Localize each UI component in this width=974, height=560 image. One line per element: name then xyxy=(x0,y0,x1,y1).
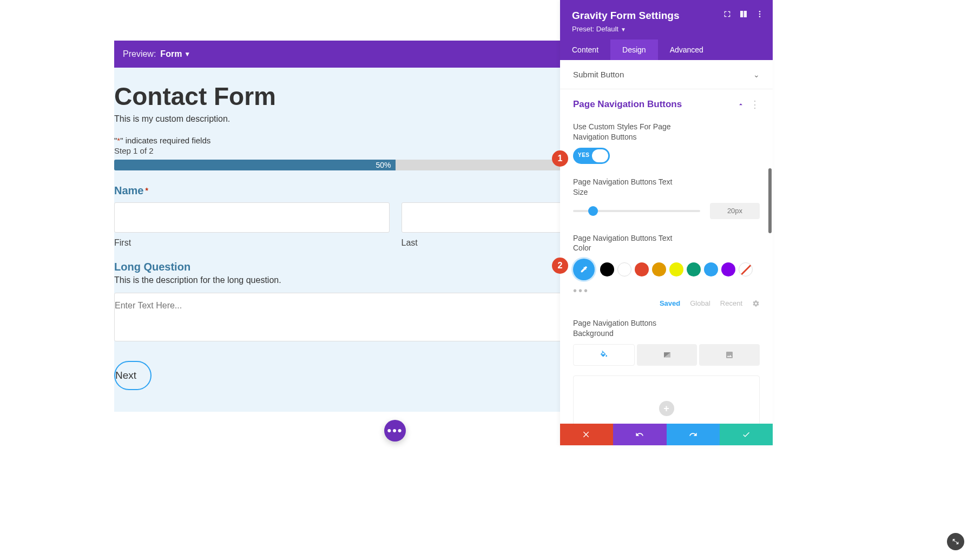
sidebar-tabs: Content Design Advanced xyxy=(560,39,773,60)
more-horizontal-icon[interactable]: ••• xyxy=(573,285,760,297)
progress-fill: 50% xyxy=(114,160,396,170)
sidebar-action-bar xyxy=(560,424,773,445)
color-swatch-blue[interactable] xyxy=(704,262,718,276)
svg-point-2 xyxy=(759,16,761,17)
expand-fullscreen-button[interactable] xyxy=(947,533,964,550)
more-vertical-icon[interactable] xyxy=(755,10,764,18)
sidebar-scroll[interactable]: Submit Button ⌄ Page Navigation Buttons … xyxy=(560,60,773,445)
text-size-label: Page Navigation Buttons Text Size xyxy=(573,177,681,197)
text-color-swatches xyxy=(573,259,760,280)
first-name-col: First xyxy=(114,202,390,248)
columns-icon[interactable] xyxy=(739,10,748,18)
expand-icon[interactable] xyxy=(723,10,732,18)
settings-sidebar: Gravity Form Settings Preset: Default▼ C… xyxy=(560,0,773,445)
color-swatch-yellow[interactable] xyxy=(669,262,683,276)
callout-2: 2 xyxy=(552,258,568,274)
cancel-button[interactable] xyxy=(560,424,613,445)
first-name-input[interactable] xyxy=(114,202,390,233)
first-name-sublabel: First xyxy=(114,238,390,248)
text-size-slider[interactable] xyxy=(573,210,700,212)
redo-icon xyxy=(689,430,697,439)
save-button[interactable] xyxy=(720,424,773,445)
more-vertical-icon[interactable]: ⋮ xyxy=(750,100,760,109)
more-actions-button[interactable]: ••• xyxy=(384,420,406,442)
expand-diagonal-icon xyxy=(952,538,959,545)
gradient-icon xyxy=(663,351,672,359)
color-swatch-purple[interactable] xyxy=(721,262,735,276)
use-custom-styles-toggle[interactable]: YES xyxy=(573,148,610,164)
required-star-icon: * xyxy=(145,186,148,195)
tab-content[interactable]: Content xyxy=(560,39,610,60)
color-picker-button[interactable] xyxy=(573,259,595,280)
bg-type-tabs xyxy=(573,344,760,366)
color-swatch-black[interactable] xyxy=(600,262,614,276)
paint-bucket-icon xyxy=(600,351,608,359)
sidebar-header-icons xyxy=(723,10,764,18)
sidebar-header: Gravity Form Settings Preset: Default▼ xyxy=(560,0,773,39)
accordion-page-nav: Page Navigation Buttons ⋮ Use Custom Sty… xyxy=(560,89,773,445)
text-color-label: Page Navigation Buttons Text Color xyxy=(573,233,681,254)
callout-1: 1 xyxy=(552,150,568,167)
accordion-page-nav-header[interactable]: Page Navigation Buttons ⋮ xyxy=(573,99,760,110)
palette-tab-global[interactable]: Global xyxy=(690,299,710,307)
color-swatch-none[interactable] xyxy=(739,262,753,276)
preview-form-name[interactable]: Form xyxy=(160,49,182,59)
text-size-row: 20px xyxy=(573,203,760,219)
redo-button[interactable] xyxy=(667,424,720,445)
chevron-down-icon: ▼ xyxy=(621,27,626,32)
svg-point-1 xyxy=(759,14,761,15)
color-swatch-teal[interactable] xyxy=(687,262,701,276)
preview-label: Preview: xyxy=(123,49,156,59)
palette-tabs: Saved Global Recent xyxy=(573,299,760,307)
undo-icon xyxy=(635,430,644,439)
tab-advanced[interactable]: Advanced xyxy=(658,39,715,60)
svg-point-0 xyxy=(759,11,761,12)
text-size-value[interactable]: 20px xyxy=(710,203,760,219)
eyedropper-icon xyxy=(580,265,588,274)
toggle-knob xyxy=(592,149,608,162)
check-icon xyxy=(742,430,751,439)
bg-tab-gradient[interactable] xyxy=(637,344,697,366)
progress-percent: 50% xyxy=(376,161,391,169)
undo-button[interactable] xyxy=(613,424,666,445)
color-swatch-red[interactable] xyxy=(635,262,649,276)
bg-tab-color[interactable] xyxy=(573,344,635,366)
gear-icon[interactable] xyxy=(752,300,760,307)
more-horizontal-icon: ••• xyxy=(387,425,403,437)
next-button[interactable]: Next xyxy=(114,361,152,390)
chevron-up-icon[interactable] xyxy=(737,101,745,108)
image-icon xyxy=(725,351,734,359)
chevron-down-icon: ⌄ xyxy=(753,70,760,79)
add-icon[interactable]: + xyxy=(659,401,674,416)
chevron-down-icon[interactable]: ▼ xyxy=(184,50,190,58)
close-icon xyxy=(582,430,591,439)
tab-design[interactable]: Design xyxy=(610,39,658,60)
palette-tab-recent[interactable]: Recent xyxy=(720,299,742,307)
color-swatch-white[interactable] xyxy=(617,262,631,276)
preset-selector[interactable]: Preset: Default▼ xyxy=(572,25,761,33)
bg-label: Page Navigation Buttons Background xyxy=(573,318,681,339)
use-custom-styles-label: Use Custom Styles For Page Navigation Bu… xyxy=(573,122,681,142)
color-swatch-orange[interactable] xyxy=(652,262,666,276)
scrollbar-thumb[interactable] xyxy=(768,168,772,233)
palette-tab-saved[interactable]: Saved xyxy=(660,299,680,307)
slider-thumb[interactable] xyxy=(588,206,598,216)
accordion-submit-button[interactable]: Submit Button ⌄ xyxy=(560,60,773,89)
bg-tab-image[interactable] xyxy=(699,344,760,366)
